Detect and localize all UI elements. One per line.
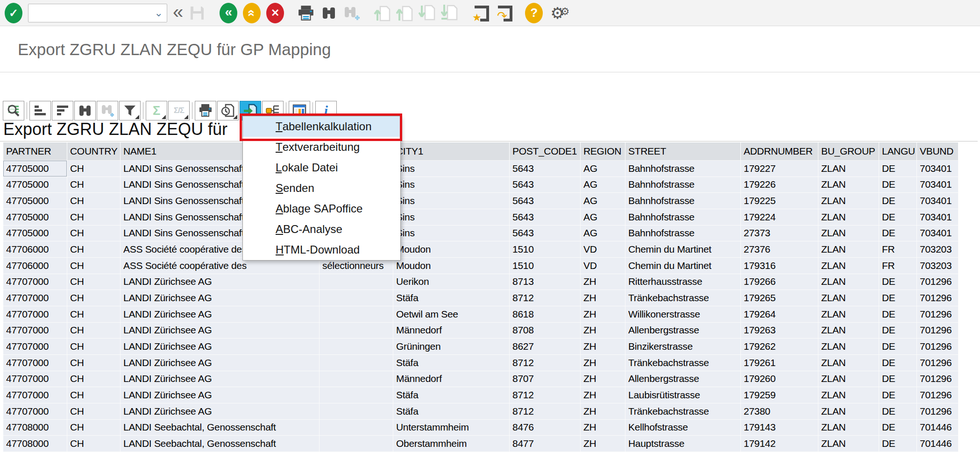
table-cell[interactable]: 47707000 (3, 323, 67, 339)
table-cell[interactable]: Allenbergstrasse (625, 371, 741, 388)
menu-item-tabellenkalkulation[interactable]: Tabellenkalkulation (243, 116, 400, 137)
filter-button[interactable] (119, 101, 141, 120)
table-cell[interactable]: Kellhofstrasse (625, 420, 741, 436)
table-cell[interactable]: 179262 (741, 339, 818, 355)
table-cell[interactable]: DE (879, 161, 917, 177)
table-cell[interactable]: ZLAN (818, 290, 879, 306)
find-next-button[interactable] (343, 5, 360, 21)
table-cell[interactable]: 8618 (510, 306, 581, 323)
table-cell[interactable]: ZLAN (818, 161, 879, 177)
table-cell[interactable]: DE (879, 436, 917, 452)
table-cell[interactable]: 47707000 (3, 274, 67, 290)
table-cell[interactable]: Laubisrütistrasse (625, 387, 741, 403)
exit-button[interactable]: « (243, 3, 261, 23)
command-input[interactable] (25, 4, 155, 22)
table-cell[interactable]: 701296 (917, 306, 959, 323)
table-cell[interactable]: Stäfa (393, 355, 510, 371)
table-cell[interactable]: CH (67, 226, 121, 242)
column-header-post-code1[interactable]: POST_CODE1 (510, 142, 581, 161)
column-header-langu[interactable]: LANGU (879, 142, 917, 161)
find-button-alv[interactable] (74, 101, 96, 120)
table-cell[interactable]: Tränkebachstrasse (625, 290, 741, 306)
menu-item-senden[interactable]: Senden (243, 178, 400, 198)
table-cell[interactable]: DE (879, 226, 917, 242)
table-cell[interactable]: ZLAN (818, 403, 879, 420)
table-cell[interactable]: AG (581, 161, 625, 177)
table-cell[interactable]: Bahnhofstrasse (625, 226, 741, 242)
table-cell[interactable]: 47707000 (3, 371, 67, 388)
page-up-button[interactable] (396, 4, 413, 22)
table-cell[interactable]: 47705000 (3, 161, 67, 177)
table-cell[interactable]: 47706000 (3, 258, 67, 274)
table-cell[interactable]: LANDI Zürichsee AG (121, 371, 320, 388)
table-cell[interactable]: CH (67, 161, 121, 177)
table-cell[interactable]: 47707000 (3, 403, 67, 420)
table-cell[interactable]: 703401 (917, 161, 959, 177)
table-cell[interactable]: DE (879, 306, 917, 323)
table-cell[interactable]: Allenbergstrasse (625, 323, 741, 339)
table-cell[interactable]: CH (67, 355, 121, 371)
table-cell[interactable]: DE (879, 387, 917, 403)
table-cell[interactable]: Sins (393, 161, 510, 177)
table-cell[interactable]: 47705000 (3, 209, 67, 226)
table-cell[interactable]: 47705000 (3, 193, 67, 209)
table-cell[interactable]: 5643 (510, 177, 581, 193)
table-cell[interactable]: 5643 (510, 161, 581, 177)
table-cell[interactable]: 47707000 (3, 290, 67, 306)
table-cell[interactable]: DE (879, 339, 917, 355)
table-cell[interactable]: 47708000 (3, 436, 67, 452)
table-cell[interactable]: 47706000 (3, 241, 67, 258)
table-cell[interactable]: DE (879, 323, 917, 339)
table-cell[interactable]: 703401 (917, 177, 959, 193)
first-page-button[interactable] (374, 4, 391, 22)
table-cell[interactable]: ZLAN (818, 258, 879, 274)
table-cell[interactable]: AG (581, 209, 625, 226)
table-cell[interactable]: 47708000 (3, 420, 67, 436)
find-button[interactable] (320, 5, 337, 21)
table-cell[interactable]: Bahnhofstrasse (625, 177, 741, 193)
last-page-button[interactable] (441, 4, 458, 22)
table-cell[interactable]: Moudon (393, 258, 510, 274)
table-cell[interactable]: ZLAN (818, 355, 879, 371)
settings-button[interactable]: ⚙⚙ (550, 5, 569, 21)
table-cell[interactable]: LANDI Seebachtal, Genossenschaft (121, 436, 320, 452)
table-cell[interactable]: 179265 (741, 290, 818, 306)
table-cell[interactable]: Oetwil am See (393, 306, 510, 323)
column-header-vbund[interactable]: VBUND (917, 142, 959, 161)
table-cell[interactable] (320, 323, 393, 339)
table-cell[interactable]: 8712 (510, 290, 581, 306)
table-cell[interactable]: Bahnhofstrasse (625, 161, 741, 177)
table-cell[interactable]: 1510 (510, 258, 581, 274)
table-cell[interactable]: Tränkebachstrasse (625, 403, 741, 420)
table-cell[interactable]: 703401 (917, 193, 959, 209)
table-cell[interactable]: 8476 (510, 420, 581, 436)
menu-item-lokale-datei[interactable]: Lokale Datei (243, 157, 400, 178)
table-cell[interactable]: CH (67, 387, 121, 403)
table-cell[interactable]: ZH (581, 274, 625, 290)
print-preview-button[interactable] (217, 101, 239, 120)
table-cell[interactable]: LANDI Zürichsee AG (121, 290, 320, 306)
table-cell[interactable]: ZH (581, 403, 625, 420)
table-cell[interactable] (320, 339, 393, 355)
table-cell[interactable]: CH (67, 403, 121, 420)
table-cell[interactable] (320, 371, 393, 388)
table-cell[interactable]: 47707000 (3, 355, 67, 371)
table-cell[interactable]: Unterstammheim (393, 420, 510, 436)
enter-button[interactable]: ✓ (5, 3, 22, 23)
sort-descending-button[interactable] (52, 101, 73, 120)
table-cell[interactable]: 701446 (917, 420, 959, 436)
table-cell[interactable] (320, 403, 393, 420)
table-cell[interactable]: CH (67, 177, 121, 193)
table-cell[interactable]: LANDI Zürichsee AG (121, 339, 320, 355)
table-cell[interactable]: LANDI Zürichsee AG (121, 306, 320, 323)
table-cell[interactable]: 701296 (917, 403, 959, 420)
table-cell[interactable]: 179225 (741, 193, 818, 209)
table-cell[interactable]: LANDI Seebachtal, Genossenschaft (121, 420, 320, 436)
table-cell[interactable]: 47707000 (3, 339, 67, 355)
print-button[interactable] (297, 4, 315, 22)
table-cell[interactable]: 179226 (741, 177, 818, 193)
column-header-city1[interactable]: CITY1 (393, 142, 510, 161)
table-cell[interactable]: 179316 (741, 258, 818, 274)
column-header-street[interactable]: STREET (625, 142, 741, 161)
table-cell[interactable]: ZH (581, 306, 625, 323)
